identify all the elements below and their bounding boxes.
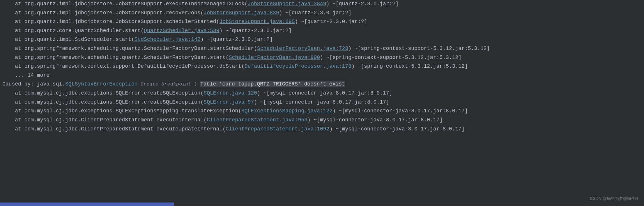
stack-trace-line: at com.mysql.cj.jdbc.ClientPreparedState… xyxy=(2,116,642,125)
jar-info: ) ~[quartz-2.3.0.jar:?] xyxy=(295,19,367,25)
trace-prefix: at xyxy=(2,90,24,96)
jar-info: ) ~[quartz-2.3.0.jar:?] xyxy=(279,10,351,16)
class-path: org.quartz.impl.StdScheduler.start( xyxy=(24,36,135,42)
source-link[interactable]: ClientPreparedStatement.java:1092 xyxy=(226,126,329,132)
stack-trace-line: ... 14 more xyxy=(2,71,642,80)
jar-info: ) ~[mysql-connector-java-8.0.17.jar:8.0.… xyxy=(257,90,392,96)
console-output: at org.quartz.impl.jdbcjobstore.JobStore… xyxy=(0,0,644,137)
class-path: com.mysql.cj.jdbc.exceptions.SQLError.cr… xyxy=(24,90,204,96)
error-message-highlighted: Table 'card_topup.QRTZ_TRIGGERS' doesn't… xyxy=(200,81,345,87)
source-link[interactable]: SchedulerFactoryBean.java:728 xyxy=(257,46,348,51)
source-link[interactable]: ClientPreparedStatement.java:953 xyxy=(207,117,307,123)
source-link[interactable]: SQLError.java:120 xyxy=(204,90,257,96)
colon-separator: : xyxy=(194,81,200,87)
trace-prefix: at xyxy=(2,19,24,25)
source-link[interactable]: QuartzScheduler.java:539 xyxy=(144,28,219,34)
source-link[interactable]: DefaultLifecycleProcessor.java:178 xyxy=(245,63,351,69)
jar-info: ) ~[quartz-2.3.0.jar:?] xyxy=(219,28,291,34)
jar-info: ) ~[mysql-connector-java-8.0.17.jar:8.0.… xyxy=(254,99,389,105)
stack-trace-line: at com.mysql.cj.jdbc.ClientPreparedState… xyxy=(2,125,642,134)
trace-prefix: at xyxy=(2,55,24,60)
stack-trace-line: at com.mysql.cj.jdbc.exceptions.SQLError… xyxy=(2,98,642,107)
jar-info: ) ~[quartz-2.3.0.jar:?] xyxy=(326,1,399,7)
jar-info: ) ~[mysql-connector-java-8.0.17.jar:8.0.… xyxy=(332,108,468,114)
trace-prefix: at xyxy=(2,126,24,132)
trace-prefix: at xyxy=(2,1,24,7)
class-path: com.mysql.cj.jdbc.exceptions.SQLError.cr… xyxy=(24,99,204,105)
create-breakpoint-link[interactable]: Create breakpoint xyxy=(138,81,194,87)
stack-trace-line: at org.springframework.scheduling.quartz… xyxy=(2,44,642,53)
trace-prefix: at xyxy=(2,10,24,16)
class-path: com.mysql.cj.jdbc.exceptions.SQLExceptio… xyxy=(24,108,241,114)
stack-trace-line: at org.quartz.impl.jdbcjobstore.JobStore… xyxy=(2,8,642,18)
source-link[interactable]: JobStoreSupport.java:695 xyxy=(219,19,295,25)
trace-prefix: at xyxy=(2,63,24,69)
trace-prefix: at xyxy=(2,28,24,34)
class-path: org.quartz.impl.jdbcjobstore.JobStoreSup… xyxy=(24,1,248,7)
source-link[interactable]: SchedulerFactoryBean.java:800 xyxy=(229,55,320,60)
stack-trace-line: at org.quartz.impl.StdScheduler.start(St… xyxy=(2,35,642,44)
jar-info: ) ~[quartz-2.3.0.jar:?] xyxy=(201,36,273,42)
caused-by-prefix: Caused by: java.sql. xyxy=(2,81,65,87)
source-link[interactable]: JobStoreSupport.java:839 xyxy=(204,10,279,16)
class-path: org.springframework.scheduling.quartz.Sc… xyxy=(24,55,229,60)
trace-prefix: at xyxy=(2,99,24,105)
class-path: org.springframework.context.support.Defa… xyxy=(24,63,245,69)
jar-info: ) ~[spring-context-5.3.12.jar:5.3.12] xyxy=(351,63,468,69)
trace-prefix: at xyxy=(2,117,24,123)
trace-prefix: at xyxy=(2,46,24,51)
stack-trace-line: at com.mysql.cj.jdbc.exceptions.SQLExcep… xyxy=(2,107,642,116)
jar-info: ) ~[mysql-connector-java-8.0.17.jar:8.0.… xyxy=(329,126,464,132)
class-path: org.quartz.impl.jdbcjobstore.JobStoreSup… xyxy=(24,10,204,16)
source-link[interactable]: SQLError.java:97 xyxy=(204,99,254,105)
class-path: org.quartz.impl.jdbcjobstore.JobStoreSup… xyxy=(24,19,220,25)
trace-prefix: at xyxy=(2,36,24,42)
source-link[interactable]: JobStoreSupport.java:3849 xyxy=(248,1,326,7)
source-link[interactable]: SQLExceptionsMapping.java:122 xyxy=(241,108,332,114)
stack-trace-line: at com.mysql.cj.jdbc.exceptions.SQLError… xyxy=(2,89,642,98)
source-link[interactable]: StdScheduler.java:142 xyxy=(135,36,201,42)
trace-prefix: at xyxy=(2,108,24,114)
class-path: org.springframework.scheduling.quartz.Sc… xyxy=(24,46,257,51)
class-path: com.mysql.cj.jdbc.ClientPreparedStatemen… xyxy=(24,117,207,123)
stack-trace-line: at org.springframework.scheduling.quartz… xyxy=(2,53,642,62)
jar-info: ) ~[spring-context-support-5.3.12.jar:5.… xyxy=(320,55,461,60)
class-path: com.mysql.cj.jdbc.ClientPreparedStatemen… xyxy=(24,126,226,132)
exception-class-link[interactable]: SQLSyntaxErrorException xyxy=(65,81,137,87)
class-path: org.quartz.core.QuartzScheduler.start( xyxy=(24,28,144,34)
jar-info: ) ~[mysql-connector-java-8.0.17.jar:8.0.… xyxy=(307,117,443,123)
stack-trace-line: Caused by: java.sql.SQLSyntaxErrorExcept… xyxy=(2,80,642,89)
stack-trace-line: at org.quartz.impl.jdbcjobstore.JobStore… xyxy=(2,0,642,8)
stack-trace-line: at org.quartz.core.QuartzScheduler.start… xyxy=(2,26,642,35)
stack-trace-line: at org.springframework.context.support.D… xyxy=(2,62,642,71)
stack-trace-line: at org.quartz.impl.jdbcjobstore.JobStore… xyxy=(2,17,642,26)
jar-info: ) ~[spring-context-support-5.3.12.jar:5.… xyxy=(348,46,490,51)
more-frames-text: ... 14 more xyxy=(2,72,49,78)
